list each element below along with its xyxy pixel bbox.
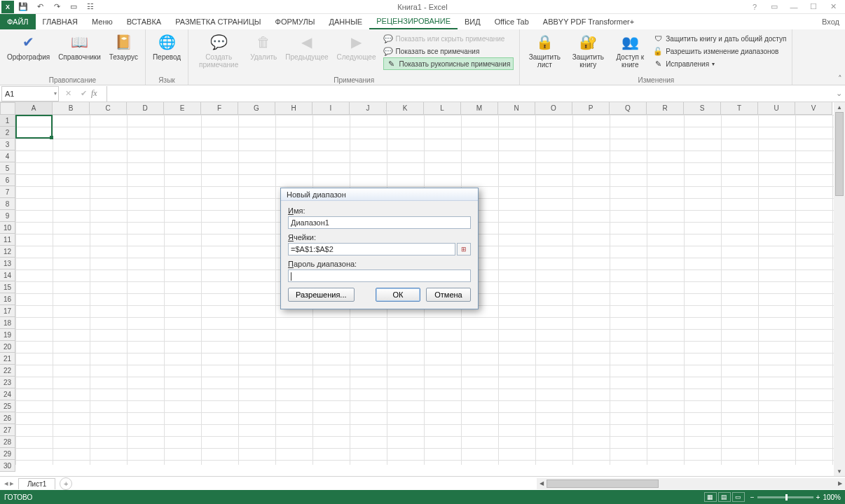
sheet-tab-active[interactable]: Лист1 (18, 478, 55, 489)
col-header[interactable]: K (387, 102, 424, 115)
scroll-up-icon[interactable]: ▲ (834, 102, 845, 112)
zoom-slider[interactable] (757, 496, 813, 498)
maximize-icon[interactable]: ☐ (806, 1, 821, 13)
quick-print-icon[interactable]: ☷ (83, 1, 98, 13)
col-header[interactable]: N (498, 102, 535, 115)
ok-button[interactable]: ОК (376, 288, 420, 302)
tab-data[interactable]: ДАННЫЕ (322, 14, 369, 29)
row-header[interactable]: 12 (0, 246, 15, 258)
tab-insert[interactable]: ВСТАВКА (120, 14, 168, 29)
translate-button[interactable]: 🌐 Перевод (150, 31, 184, 62)
show-all-comments-button[interactable]: 💬 Показать все примечания (383, 45, 514, 57)
col-header[interactable]: A (15, 102, 53, 115)
col-header[interactable]: F (201, 102, 238, 115)
collapse-ribbon-icon[interactable]: ˄ (838, 74, 842, 83)
col-header[interactable]: R (647, 102, 684, 115)
zoom-value[interactable]: 100% (823, 493, 841, 501)
col-header[interactable]: U (758, 102, 795, 115)
col-header[interactable]: P (572, 102, 610, 115)
page-layout-view-icon[interactable]: ▤ (718, 492, 731, 502)
horizontal-scrollbar[interactable]: ◀ ▶ (537, 478, 845, 489)
row-header[interactable]: 10 (0, 222, 15, 234)
row-header[interactable]: 28 (0, 436, 15, 448)
cancel-button[interactable]: Отмена (426, 288, 471, 302)
range-selector-button[interactable]: ⊞ (457, 243, 471, 255)
undo-icon[interactable]: ↶ (32, 1, 48, 13)
col-header[interactable]: E (164, 102, 201, 115)
signin-link[interactable]: Вход (816, 14, 845, 29)
col-header[interactable]: D (127, 102, 164, 115)
page-break-view-icon[interactable]: ▭ (732, 492, 745, 502)
nav-last-icon[interactable]: ▸ (10, 479, 14, 488)
show-ink-button[interactable]: ✎ Показать рукописные примечания (383, 57, 514, 70)
normal-view-icon[interactable]: ▦ (704, 492, 717, 502)
spelling-button[interactable]: ✔ Орфография (4, 31, 53, 62)
row-header[interactable]: 27 (0, 424, 15, 436)
row-header[interactable]: 17 (0, 305, 15, 317)
nav-first-icon[interactable]: ◂ (4, 479, 8, 488)
zoom-in-icon[interactable]: + (816, 493, 820, 501)
close-icon[interactable]: ✕ (825, 1, 841, 13)
row-header[interactable]: 14 (0, 270, 15, 281)
expand-formula-icon[interactable]: ⌄ (832, 89, 845, 98)
protect-book-button[interactable]: 🔐 Защитить книгу (568, 31, 608, 70)
row-header[interactable]: 21 (0, 353, 15, 365)
new-range-dialog[interactable]: Новый диапазон Имя: Диапазон1 Ячейки: =$… (280, 188, 479, 309)
row-header[interactable]: 26 (0, 412, 15, 424)
tab-formulas[interactable]: ФОРМУЛЫ (268, 14, 322, 29)
dialog-title[interactable]: Новый диапазон (281, 188, 478, 201)
col-header[interactable]: J (350, 102, 387, 115)
scroll-left-icon[interactable]: ◀ (537, 480, 547, 486)
row-header[interactable]: 20 (0, 341, 15, 353)
view-buttons[interactable]: ▦ ▤ ▭ (704, 492, 745, 502)
col-header[interactable]: M (461, 102, 498, 115)
row-header[interactable]: 8 (0, 198, 15, 210)
ribbon-display-icon[interactable]: ▭ (767, 1, 782, 13)
password-field[interactable] (288, 270, 471, 282)
col-header[interactable]: G (238, 102, 275, 115)
col-header[interactable]: C (90, 102, 127, 115)
select-all-corner[interactable] (0, 102, 15, 115)
redo-icon[interactable]: ↷ (49, 1, 64, 13)
add-sheet-button[interactable]: + (60, 477, 72, 490)
zoom-control[interactable]: − + 100% (750, 493, 841, 501)
col-header[interactable]: Q (610, 102, 647, 115)
row-header[interactable]: 15 (0, 281, 15, 293)
vscroll-thumb[interactable] (835, 112, 844, 196)
help-icon[interactable]: ? (747, 1, 762, 13)
row-header[interactable]: 9 (0, 210, 15, 222)
fx-icon[interactable]: fx (91, 88, 107, 99)
col-header[interactable]: L (424, 102, 461, 115)
col-header[interactable]: H (275, 102, 312, 115)
scroll-down-icon[interactable]: ▼ (834, 466, 845, 476)
row-header[interactable]: 1 (0, 115, 15, 127)
thesaurus-button[interactable]: 📔 Тезаурус (107, 31, 141, 62)
row-header[interactable]: 7 (0, 186, 15, 198)
col-header[interactable]: V (795, 102, 832, 115)
col-header[interactable]: B (53, 102, 90, 115)
protect-share-button[interactable]: 🛡 Защитить книгу и дать общий доступ (653, 32, 786, 45)
row-header[interactable]: 2 (0, 127, 15, 139)
row-header[interactable]: 3 (0, 139, 15, 150)
tab-view[interactable]: ВИД (458, 14, 488, 29)
row-header[interactable]: 11 (0, 234, 15, 246)
zoom-out-icon[interactable]: − (750, 493, 755, 501)
allow-edit-ranges-button[interactable]: 🔓 Разрешить изменение диапазонов (653, 45, 786, 57)
chevron-down-icon[interactable]: ▾ (54, 90, 57, 97)
tab-file[interactable]: ФАЙЛ (0, 14, 36, 29)
row-header[interactable]: 30 (0, 460, 15, 472)
vertical-scrollbar[interactable]: ▲ ▼ (834, 102, 845, 476)
tab-menu[interactable]: Меню (85, 14, 120, 29)
hscroll-thumb[interactable] (547, 479, 659, 488)
tab-page-layout[interactable]: РАЗМЕТКА СТРАНИЦЫ (168, 14, 268, 29)
scroll-right-icon[interactable]: ▶ (835, 480, 845, 486)
permissions-button[interactable]: Разрешения... (288, 288, 355, 302)
protect-sheet-button[interactable]: 🔒 Защитить лист (524, 31, 565, 70)
row-header[interactable]: 13 (0, 258, 15, 270)
save-icon[interactable]: 💾 (15, 1, 31, 13)
row-header[interactable]: 5 (0, 162, 15, 174)
col-header[interactable]: I (312, 102, 350, 115)
row-header[interactable]: 25 (0, 400, 15, 412)
row-header[interactable]: 16 (0, 293, 15, 305)
cells-field[interactable]: =$A$1:$A$2 (288, 243, 455, 255)
